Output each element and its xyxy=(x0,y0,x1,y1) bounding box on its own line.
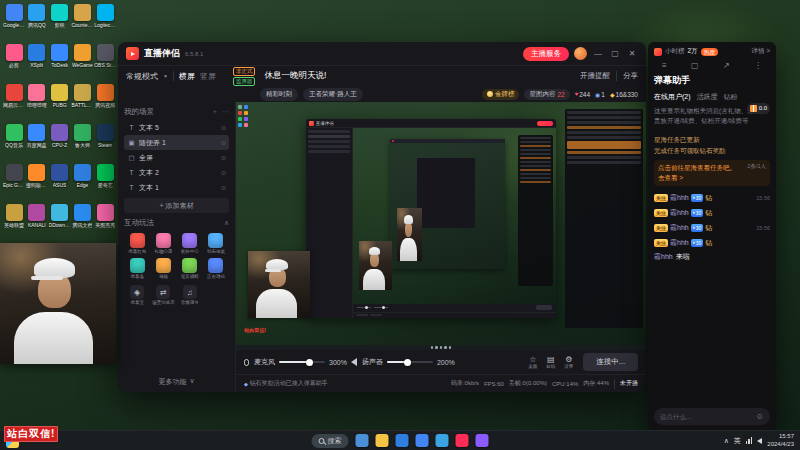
scene-item[interactable]: T 文本 2 ⊙ xyxy=(124,165,229,180)
desktop-icon[interactable]: 搜狗输入法 xyxy=(26,164,48,201)
maximize-button[interactable]: ▢ xyxy=(609,49,621,58)
share-button[interactable]: 分享 xyxy=(623,71,638,81)
minimize-button[interactable]: — xyxy=(592,49,604,58)
audio-tool-button[interactable]: ▤ 贴纸 xyxy=(546,355,555,369)
taskbar-app-icon[interactable] xyxy=(376,434,389,447)
interact-item[interactable]: 弹幕条 xyxy=(124,258,150,279)
eye-icon[interactable]: ⊙ xyxy=(221,124,226,131)
taskbar-app-icon[interactable] xyxy=(476,434,489,447)
chat-username[interactable]: 霸hhh xyxy=(670,193,689,203)
enter-username[interactable]: 霸hhh xyxy=(654,252,673,262)
eye-icon[interactable]: ⊙ xyxy=(221,184,226,191)
chat-input-box[interactable]: ☺ xyxy=(654,408,770,425)
chat-username[interactable]: 霸hhh xyxy=(670,223,689,233)
audio-tool-button[interactable]: ⚙ 设置 xyxy=(564,355,573,369)
chat-tab[interactable]: 活跃度 xyxy=(697,92,718,102)
desktop-icon[interactable]: OBS Studio xyxy=(94,44,116,81)
desktop-icon[interactable]: WeGame xyxy=(71,44,93,81)
avatar[interactable] xyxy=(574,47,587,60)
desktop-icon[interactable]: Edge xyxy=(71,164,93,201)
interact-item[interactable]: 钻石抽奖 xyxy=(203,233,229,254)
taskbar-app-icon[interactable] xyxy=(396,434,409,447)
stream-preview-canvas[interactable]: 直播伴侣 xyxy=(236,102,646,350)
speaker-volume-slider[interactable] xyxy=(387,361,433,363)
tray-expand-icon[interactable]: ∧ xyxy=(724,437,729,445)
game-category-button[interactable]: 王者荣耀·路人王 xyxy=(303,88,363,101)
desktop-icon[interactable]: 腾讯视频 xyxy=(94,84,116,121)
interact-item[interactable]: 弹幕红包 xyxy=(124,233,150,254)
add-source-button[interactable]: + 添加素材 xyxy=(124,198,229,213)
tab-landscape[interactable]: 横屏 xyxy=(179,71,195,82)
rank-detail-link[interactable]: 详情 > xyxy=(751,47,770,56)
scene-item[interactable]: ▣ 随便弄 1 ⊙ xyxy=(124,135,229,150)
desktop-icon[interactable]: 哔哩哔哩 xyxy=(26,84,48,121)
desktop-icon[interactable]: 腾讯文档 xyxy=(71,204,93,241)
interact-item[interactable]: 迎宾横幅 xyxy=(177,258,203,279)
promo-link[interactable]: 去查看 > xyxy=(658,174,766,183)
interact-item[interactable]: 正在游玩 xyxy=(203,258,229,279)
mode-selector[interactable]: 常规模式 xyxy=(126,71,158,82)
taskbar-app-icon[interactable] xyxy=(456,434,469,447)
desktop-icon[interactable]: ToDesk xyxy=(49,44,71,81)
desktop-icon[interactable]: QQ音乐 xyxy=(3,124,25,161)
desktop-icon[interactable]: 英雄联盟 xyxy=(3,204,25,241)
desktop-icon[interactable]: 爱奇艺 xyxy=(94,164,116,201)
tool-item[interactable]: ◈ 弹幕宝 xyxy=(124,285,150,305)
anchor-service-button[interactable]: 主播服务 xyxy=(523,47,569,61)
tool-item[interactable]: ♫ 音频调节 xyxy=(177,285,203,305)
chat-username[interactable]: 霸hhh xyxy=(670,238,689,248)
highlight-moments-button[interactable]: 精彩时刻 xyxy=(260,88,298,101)
chat-tab[interactable]: 钻粉 xyxy=(724,92,738,102)
speaker-icon[interactable] xyxy=(351,358,357,366)
desktop-icon[interactable]: 网易云音乐 xyxy=(3,84,25,121)
desktop-icon[interactable]: 剪映 xyxy=(49,4,71,41)
taskbar-search[interactable]: 搜索 xyxy=(312,434,349,448)
close-button[interactable]: ✕ xyxy=(626,49,638,58)
input-language-indicator[interactable]: 英 xyxy=(734,436,741,446)
taskbar-app-icon[interactable] xyxy=(356,434,369,447)
taskbar-app-icon[interactable] xyxy=(436,434,449,447)
clock[interactable]: 15:57 2024/4/23 xyxy=(767,433,794,448)
network-icon[interactable] xyxy=(746,437,753,444)
mic-volume-slider[interactable] xyxy=(279,361,325,363)
desktop-icon[interactable]: Google Chrome xyxy=(3,4,25,41)
volume-icon[interactable] xyxy=(757,438,762,444)
audio-tool-button[interactable]: ☆ 美颜 xyxy=(528,355,537,369)
eye-icon[interactable]: ⊙ xyxy=(221,169,226,176)
desktop-icon[interactable]: CPU-Z xyxy=(49,124,71,161)
desktop-icon[interactable]: Logitech G xyxy=(94,4,116,41)
chat-window-icon[interactable]: ▢ xyxy=(691,61,699,70)
desktop-icon[interactable]: 鲁大师 xyxy=(71,124,93,161)
desktop-icon[interactable]: DDownload xyxy=(49,204,71,241)
scene-item[interactable]: T 文本 5 ⊙ xyxy=(124,120,229,135)
desktop-icon[interactable]: Steam xyxy=(94,124,116,161)
tool-item[interactable]: ⇄ 场景切换器 xyxy=(150,285,176,305)
desktop-icon[interactable]: 百度网盘 xyxy=(26,124,48,161)
interact-item[interactable]: 装扮中心 xyxy=(177,233,203,254)
desktop-icon[interactable]: ASUS xyxy=(49,164,71,201)
microphone-icon[interactable] xyxy=(244,359,249,366)
desktop-icon[interactable]: KANALI xyxy=(26,204,48,241)
desktop-icon[interactable]: Counter-S xyxy=(71,4,93,41)
connect-button[interactable]: 连接中... xyxy=(583,353,638,371)
scene-item[interactable]: ▢ 全屏 ⊙ xyxy=(124,150,229,165)
eye-icon[interactable]: ⊙ xyxy=(221,154,226,161)
scene-item[interactable]: T 文本 1 ⊙ xyxy=(124,180,229,195)
broadcast-reminder-button[interactable]: 开播提醒 xyxy=(580,71,610,81)
desktop-icon[interactable]: 腾讯QQ xyxy=(26,4,48,41)
more-functions-button[interactable]: 更多功能 ∨ xyxy=(124,374,229,387)
interact-item[interactable]: 礼物心愿 xyxy=(150,233,176,254)
emoji-icon[interactable]: ☺ xyxy=(756,412,764,421)
desktop-icon[interactable]: Epic Games xyxy=(3,164,25,201)
collapse-icon[interactable]: ∧ xyxy=(224,219,229,227)
chat-username[interactable]: 霸hhh xyxy=(670,208,689,218)
chat-tab[interactable]: 在线用户(2) xyxy=(654,92,691,102)
chat-window-icon[interactable]: ↗ xyxy=(723,61,730,70)
chat-window-icon[interactable]: ⋮ xyxy=(754,61,762,70)
desktop-icon[interactable]: XSplit xyxy=(26,44,48,81)
interact-item[interactable]: 福袋 xyxy=(150,258,176,279)
chat-window-icon[interactable]: ≡ xyxy=(662,61,667,70)
chat-input[interactable] xyxy=(660,413,753,420)
eye-icon[interactable]: ⊙ xyxy=(221,139,226,146)
taskbar-app-icon[interactable] xyxy=(416,434,429,447)
